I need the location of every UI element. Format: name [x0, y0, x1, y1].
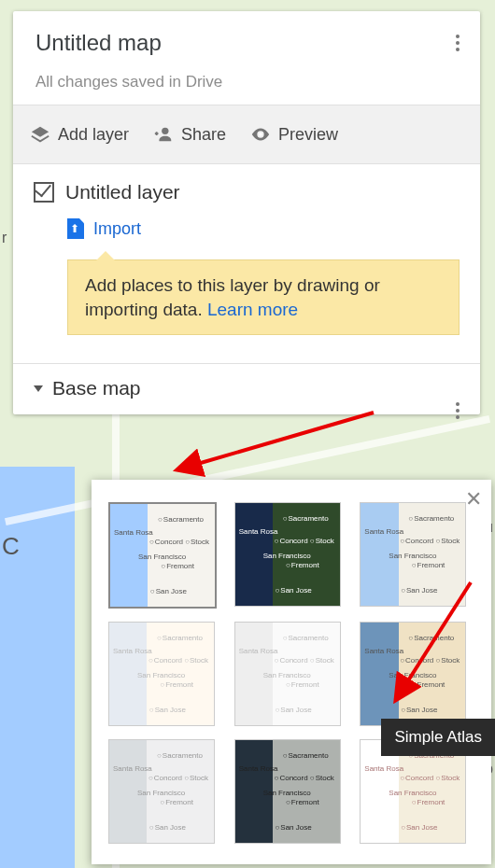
style-thumb-mono-light[interactable]: SacramentoSanta RosaConcordStockSan Fran…: [234, 622, 341, 726]
map-editor-panel: Untitled map All changes saved in Drive …: [13, 11, 480, 414]
layer-options-menu[interactable]: [446, 399, 469, 422]
eye-icon: [250, 124, 271, 145]
svg-point-1: [259, 133, 262, 136]
map-label: C: [2, 532, 20, 561]
style-thumb-terrain[interactable]: SacramentoSanta RosaConcordStockSan Fran…: [360, 502, 466, 607]
layer-tip: Add places to this layer by drawing or i…: [67, 259, 460, 335]
map-title[interactable]: Untitled map: [35, 30, 458, 56]
learn-more-link[interactable]: Learn more: [207, 300, 298, 319]
style-thumb-atlas[interactable]: SacramentoSanta RosaConcordStockSan Fran…: [360, 622, 466, 726]
base-map-toggle[interactable]: Base map: [13, 363, 480, 414]
add-layer-label: Add layer: [58, 125, 129, 145]
toolbar: Add layer Share Preview: [13, 105, 480, 164]
chevron-down-icon: [34, 385, 43, 392]
base-map-label: Base map: [52, 377, 141, 399]
share-button[interactable]: Share: [144, 119, 235, 150]
close-icon[interactable]: ✕: [465, 487, 482, 511]
map-label: r: [2, 230, 7, 246]
layer-name[interactable]: Untitled layer: [65, 181, 180, 203]
preview-button[interactable]: Preview: [241, 119, 347, 150]
share-label: Share: [181, 125, 226, 145]
layer-visibility-checkbox[interactable]: [34, 182, 54, 203]
import-label: Import: [93, 219, 141, 239]
add-layer-button[interactable]: Add layer: [21, 119, 138, 150]
base-map-style-popup: ✕ SacramentoSanta RosaConcordStockSan Fr…: [92, 480, 491, 864]
style-thumb-dark-water[interactable]: SacramentoSanta RosaConcordStockSan Fran…: [234, 739, 341, 844]
style-thumb-light-land[interactable]: SacramentoSanta RosaConcordStockSan Fran…: [108, 739, 215, 844]
style-thumb-light-pol[interactable]: SacramentoSanta RosaConcordStockSan Fran…: [108, 622, 215, 726]
style-tooltip: Simple Atlas: [381, 719, 495, 756]
layer-section: Untitled layer Import Add places to this…: [13, 164, 480, 363]
style-thumb-satellite[interactable]: SacramentoSanta RosaConcordStockSan Fran…: [234, 502, 341, 607]
style-thumb-map[interactable]: SacramentoSanta RosaConcordStockSan Fran…: [108, 502, 217, 609]
import-button[interactable]: Import: [67, 218, 460, 239]
preview-label: Preview: [278, 125, 338, 145]
layers-icon: [30, 124, 50, 145]
save-status: All changes saved in Drive: [35, 73, 458, 91]
upload-file-icon: [67, 218, 84, 239]
svg-point-0: [162, 128, 168, 134]
person-add-icon: [153, 124, 174, 145]
map-options-menu[interactable]: [446, 32, 469, 54]
